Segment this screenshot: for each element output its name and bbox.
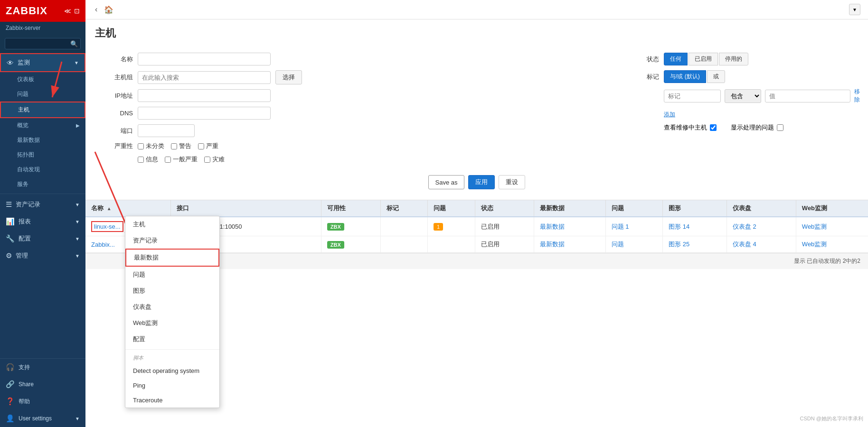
row1-web-link[interactable]: Web监测 — [802, 223, 827, 230]
context-menu-web-monitor[interactable]: Web监测 — [125, 315, 219, 331]
row2-graphs[interactable]: 图形 25 — [663, 236, 727, 253]
ip-input[interactable] — [138, 89, 271, 102]
add-tag-link[interactable]: 添加 — [664, 111, 675, 119]
host1-name-link[interactable]: linux-se... — [91, 221, 123, 232]
tag-name-input[interactable] — [664, 90, 721, 102]
sidebar-item-reports[interactable]: 📊 报表 ▼ — [0, 213, 85, 230]
row1-latest-data[interactable]: 最新数据 — [534, 217, 605, 236]
severity-average-check[interactable] — [165, 157, 171, 163]
name-input[interactable] — [138, 53, 271, 65]
col-name[interactable]: 名称 ▲ — [85, 200, 171, 217]
sidebar-item-monitor[interactable]: 👁 监测 ▼ — [0, 53, 85, 72]
sidebar-item-autodiscovery[interactable]: 自动发现 — [0, 162, 85, 177]
sidebar-item-dashboard[interactable]: 仪表板 — [0, 72, 85, 87]
sidebar-item-services[interactable]: 服务 — [0, 177, 85, 192]
col-graphs[interactable]: 图形 — [663, 200, 727, 217]
context-menu-problems[interactable]: 问题 — [125, 267, 219, 283]
sidebar-item-support[interactable]: 🎧 支持 — [0, 359, 85, 376]
sidebar-item-overview[interactable]: 概览 ▶ — [0, 118, 85, 133]
tag-value-input[interactable] — [765, 90, 850, 102]
select-button[interactable]: 选择 — [275, 70, 302, 84]
port-input[interactable] — [138, 124, 195, 137]
col-tags[interactable]: 标记 — [380, 200, 427, 217]
col-latest-data[interactable]: 最新数据 — [534, 200, 605, 217]
severity-disaster-check[interactable] — [204, 157, 210, 163]
context-menu-graphs[interactable]: 图形 — [125, 283, 219, 299]
severity-warning-check[interactable] — [171, 143, 177, 149]
col-status[interactable]: 状态 — [475, 200, 534, 217]
row1-web[interactable]: Web监测 — [796, 217, 868, 236]
chevron-down-button[interactable]: ▼ — [849, 4, 860, 15]
severity-severe-check[interactable] — [198, 143, 204, 149]
row2-latest-data[interactable]: 最新数据 — [534, 236, 605, 253]
sidebar-item-manage[interactable]: ⚙ 管理 ▼ — [0, 247, 85, 264]
save-as-button[interactable]: Save as — [428, 175, 465, 189]
context-menu-divider — [125, 349, 219, 350]
hostgroup-input[interactable] — [138, 71, 271, 84]
host2-name-link[interactable]: Zabbix... — [91, 241, 115, 248]
apply-button[interactable]: 应用 — [468, 175, 495, 189]
row2-graphs-link[interactable]: 图形 25 — [669, 241, 689, 248]
sidebar-item-problems[interactable]: 问题 — [0, 87, 85, 102]
status-any-btn[interactable]: 任何 — [664, 53, 688, 65]
row1-problems-link[interactable]: 问题 1 — [612, 223, 629, 230]
context-menu-detect-os[interactable]: Detect operating system — [125, 363, 219, 378]
context-menu-host[interactable]: 主机 — [125, 216, 219, 232]
row2-problems[interactable]: 问题 — [605, 236, 663, 253]
col-problems[interactable]: 问题 — [605, 200, 663, 217]
sidebar-item-hosts[interactable]: 主机 — [0, 102, 85, 118]
row1-graphs[interactable]: 图形 14 — [663, 217, 727, 236]
severity-info-check[interactable] — [138, 157, 144, 163]
sidebar-item-user-settings[interactable]: 👤 User settings ▼ — [0, 410, 85, 427]
row1-dashboards-link[interactable]: 仪表盘 2 — [733, 223, 756, 230]
filter-row-maintenance: 查看维修中主机 显示处理的问题 — [621, 123, 859, 132]
row2-dashboards[interactable]: 仪表盘 4 — [726, 236, 796, 253]
context-menu-assets[interactable]: 资产记录 — [125, 232, 219, 249]
row2-dashboards-link[interactable]: 仪表盘 4 — [733, 241, 756, 248]
filter-row-status: 状态 任何 已启用 停用的 — [621, 53, 859, 65]
search-input[interactable] — [5, 38, 81, 49]
status-enabled-btn[interactable]: 已启用 — [689, 53, 718, 65]
reset-button[interactable]: 重设 — [499, 175, 525, 189]
row2-problems-link[interactable]: 问题 — [612, 241, 624, 248]
issues-badge-1: 1 — [434, 223, 443, 231]
row1-graphs-link[interactable]: 图形 14 — [669, 223, 689, 230]
row2-web[interactable]: Web监测 — [796, 236, 868, 253]
col-dashboards[interactable]: 仪表盘 — [726, 200, 796, 217]
home-icon[interactable]: 🏠 — [104, 5, 113, 14]
sidebar-item-share[interactable]: 🔗 Share — [0, 376, 85, 393]
show-issues-checkbox[interactable] — [777, 124, 783, 131]
filter-columns: 名称 主机组 选择 IP地址 DNS — [95, 53, 859, 168]
row2-web-link[interactable]: Web监测 — [802, 241, 827, 248]
sidebar-item-latest[interactable]: 最新数据 — [0, 133, 85, 148]
tag-and-or-btn[interactable]: 与/或 (默认) — [664, 70, 706, 83]
context-menu-latest-data[interactable]: 最新数据 — [125, 249, 219, 267]
col-availability[interactable]: 可用性 — [321, 200, 380, 217]
tag-or-btn[interactable]: 或 — [707, 70, 725, 83]
sidebar-item-assets[interactable]: ☰ 资产记录 ▼ — [0, 196, 85, 213]
row1-problems[interactable]: 问题 1 — [605, 217, 663, 236]
back-button[interactable]: ‹ — [93, 4, 99, 15]
row1-latest-link[interactable]: 最新数据 — [540, 223, 565, 230]
severity-unclassified-check[interactable] — [138, 143, 144, 149]
status-disabled-btn[interactable]: 停用的 — [719, 53, 748, 65]
context-menu-config[interactable]: 配置 — [125, 331, 219, 347]
collapse-icon[interactable]: ≪ — [64, 7, 71, 15]
col-interface[interactable]: 接口 — [171, 200, 321, 217]
expand-icon[interactable]: ⊡ — [74, 7, 80, 15]
maintenance-checkbox[interactable] — [710, 124, 717, 131]
dns-input[interactable] — [138, 107, 271, 120]
row1-dashboards[interactable]: 仪表盘 2 — [726, 217, 796, 236]
context-menu-dashboards[interactable]: 仪表盘 — [125, 299, 219, 315]
col-issues[interactable]: 问题 — [428, 200, 475, 217]
row2-latest-link[interactable]: 最新数据 — [540, 241, 565, 248]
tag-remove-link[interactable]: 移除 — [854, 88, 860, 104]
sidebar-item-topology[interactable]: 拓扑图 — [0, 148, 85, 162]
row2-issues — [428, 236, 475, 253]
col-web-monitor[interactable]: Web监测 — [796, 200, 868, 217]
context-menu-ping[interactable]: Ping — [125, 378, 219, 393]
tag-operator-select[interactable]: 包含 等于 不包含 — [725, 89, 761, 103]
sidebar-item-help[interactable]: ❓ 帮助 — [0, 393, 85, 410]
sidebar-item-config[interactable]: 🔧 配置 ▼ — [0, 230, 85, 247]
context-menu-traceroute[interactable]: Traceroute — [125, 393, 219, 408]
